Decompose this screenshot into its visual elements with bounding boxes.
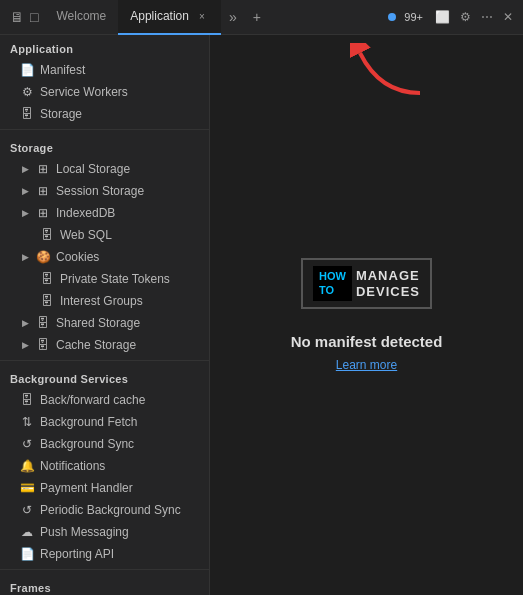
storage-icon: 🗄 bbox=[20, 107, 34, 121]
settings-icon[interactable]: ⚙ bbox=[460, 10, 471, 24]
sidebar-item-manifest[interactable]: 📄 Manifest bbox=[0, 59, 209, 81]
back-forward-icon: 🗄 bbox=[20, 393, 34, 407]
sidebar-item-notifications-label: Notifications bbox=[40, 459, 105, 473]
web-sql-db-icon: 🗄 bbox=[40, 228, 54, 242]
sidebar-item-back-forward-cache[interactable]: 🗄 Back/forward cache bbox=[0, 389, 209, 411]
service-workers-icon: ⚙ bbox=[20, 85, 34, 99]
divider-2 bbox=[0, 360, 209, 361]
no-manifest-text: No manifest detected bbox=[291, 333, 443, 350]
periodic-sync-icon: ↺ bbox=[20, 503, 34, 517]
sidebar-item-background-fetch[interactable]: ⇅ Background Fetch bbox=[0, 411, 209, 433]
sidebar-item-payment-handler[interactable]: 💳 Payment Handler bbox=[0, 477, 209, 499]
sidebar-item-service-workers[interactable]: ⚙ Service Workers bbox=[0, 81, 209, 103]
logo-box: HOW TO MANAGE DEVICES bbox=[301, 258, 432, 308]
tab-overflow-button[interactable]: » bbox=[221, 9, 245, 25]
sidebar-item-interest-groups[interactable]: 🗄 Interest Groups bbox=[0, 290, 209, 312]
sidebar-item-notifications[interactable]: 🔔 Notifications bbox=[0, 455, 209, 477]
inspect-icon: □ bbox=[30, 9, 38, 25]
sidebar-item-session-storage[interactable]: ⊞ Session Storage bbox=[0, 180, 209, 202]
status-dot bbox=[388, 13, 396, 21]
sidebar-item-reporting-api-label: Reporting API bbox=[40, 547, 114, 561]
sidebar-item-background-fetch-label: Background Fetch bbox=[40, 415, 137, 429]
notifications-icon: 🔔 bbox=[20, 459, 34, 473]
section-frames: Frames bbox=[0, 574, 209, 595]
sidebar-item-background-sync[interactable]: ↺ Background Sync bbox=[0, 433, 209, 455]
tab-welcome-label: Welcome bbox=[56, 9, 106, 23]
sidebar-item-reporting-api[interactable]: 📄 Reporting API bbox=[0, 543, 209, 565]
sidebar-item-storage-label: Storage bbox=[40, 107, 82, 121]
sidebar-item-storage[interactable]: 🗄 Storage bbox=[0, 103, 209, 125]
sidebar-item-periodic-background-sync-label: Periodic Background Sync bbox=[40, 503, 181, 517]
section-application: Application bbox=[0, 35, 209, 59]
sidebar-item-shared-storage-label: Shared Storage bbox=[56, 316, 140, 330]
tab-bar: 🖥 □ Welcome Application × » + 99+ ⬜ ⚙ ⋯ … bbox=[0, 0, 523, 35]
sidebar-item-payment-handler-label: Payment Handler bbox=[40, 481, 133, 495]
background-fetch-icon: ⇅ bbox=[20, 415, 34, 429]
shared-storage-icon: 🗄 bbox=[36, 316, 50, 330]
expand-session-storage-icon[interactable] bbox=[20, 186, 30, 196]
sidebar-item-push-messaging[interactable]: ☁ Push Messaging bbox=[0, 521, 209, 543]
screen-icon: 🖥 bbox=[10, 9, 24, 25]
more-icon[interactable]: ⋯ bbox=[481, 10, 493, 24]
session-storage-icon: ⊞ bbox=[36, 184, 50, 198]
cookies-icon: 🍪 bbox=[36, 250, 50, 264]
indexeddb-icon: ⊞ bbox=[36, 206, 50, 220]
push-messaging-icon: ☁ bbox=[20, 525, 34, 539]
section-background-services: Background Services bbox=[0, 365, 209, 389]
sidebar-item-cookies[interactable]: 🍪 Cookies bbox=[0, 246, 209, 268]
badge-count: 99+ bbox=[404, 11, 423, 23]
local-storage-icon: ⊞ bbox=[36, 162, 50, 176]
manifest-icon: 📄 bbox=[20, 63, 34, 77]
tab-welcome[interactable]: Welcome bbox=[44, 0, 118, 35]
payment-handler-icon: 💳 bbox=[20, 481, 34, 495]
sidebar-item-indexeddb[interactable]: ⊞ IndexedDB bbox=[0, 202, 209, 224]
tab-add-button[interactable]: + bbox=[245, 9, 269, 25]
expand-local-storage-icon[interactable] bbox=[20, 164, 30, 174]
interest-groups-icon bbox=[20, 294, 34, 308]
close-window-icon[interactable]: ✕ bbox=[503, 10, 513, 24]
main-layout: Application 📄 Manifest ⚙ Service Workers… bbox=[0, 35, 523, 595]
sidebar-item-local-storage-label: Local Storage bbox=[56, 162, 130, 176]
tab-close-icon[interactable]: × bbox=[195, 9, 209, 23]
private-state-icon bbox=[20, 272, 34, 286]
divider-1 bbox=[0, 129, 209, 130]
expand-indexeddb-icon[interactable] bbox=[20, 208, 30, 218]
sidebar-item-manifest-label: Manifest bbox=[40, 63, 85, 77]
sidebar-item-private-state-tokens[interactable]: 🗄 Private State Tokens bbox=[0, 268, 209, 290]
sidebar-item-cache-storage[interactable]: 🗄 Cache Storage bbox=[0, 334, 209, 356]
sidebar-item-web-sql[interactable]: 🗄 Web SQL bbox=[0, 224, 209, 246]
expand-shared-storage-icon[interactable] bbox=[20, 318, 30, 328]
logo-how: HOW bbox=[319, 270, 346, 283]
tab-right-icons: 99+ ⬜ ⚙ ⋯ ✕ bbox=[388, 10, 519, 24]
sidebar-item-private-state-tokens-label: Private State Tokens bbox=[60, 272, 170, 286]
red-arrow-annotation bbox=[350, 43, 430, 106]
background-sync-icon: ↺ bbox=[20, 437, 34, 451]
sidebar-item-service-workers-label: Service Workers bbox=[40, 85, 128, 99]
sidebar-item-interest-groups-label: Interest Groups bbox=[60, 294, 143, 308]
expand-cache-storage-icon[interactable] bbox=[20, 340, 30, 350]
reporting-api-icon: 📄 bbox=[20, 547, 34, 561]
sidebar-item-shared-storage[interactable]: 🗄 Shared Storage bbox=[0, 312, 209, 334]
expand-cookies-icon[interactable] bbox=[20, 252, 30, 262]
sidebar-item-push-messaging-label: Push Messaging bbox=[40, 525, 129, 539]
sidebar-item-background-sync-label: Background Sync bbox=[40, 437, 134, 451]
tab-application-label: Application bbox=[130, 9, 189, 23]
logo-to: TO bbox=[319, 284, 346, 297]
logo-devices: DEVICES bbox=[356, 284, 420, 300]
sidebar-item-periodic-background-sync[interactable]: ↺ Periodic Background Sync bbox=[0, 499, 209, 521]
divider-3 bbox=[0, 569, 209, 570]
sidebar-item-cache-storage-label: Cache Storage bbox=[56, 338, 136, 352]
private-state-db-icon: 🗄 bbox=[40, 272, 54, 286]
section-storage: Storage bbox=[0, 134, 209, 158]
sidebar-item-local-storage[interactable]: ⊞ Local Storage bbox=[0, 158, 209, 180]
sidebar-item-web-sql-label: Web SQL bbox=[60, 228, 112, 242]
sidebar: Application 📄 Manifest ⚙ Service Workers… bbox=[0, 35, 210, 595]
main-content: HOW TO MANAGE DEVICES No manifest detect… bbox=[210, 35, 523, 595]
learn-more-link[interactable]: Learn more bbox=[336, 358, 397, 372]
web-sql-icon bbox=[20, 228, 34, 242]
tab-application[interactable]: Application × bbox=[118, 0, 221, 35]
logo-manage: MANAGE bbox=[356, 268, 420, 284]
interest-groups-db-icon: 🗄 bbox=[40, 294, 54, 308]
sidebar-item-back-forward-label: Back/forward cache bbox=[40, 393, 145, 407]
sidebar-item-cookies-label: Cookies bbox=[56, 250, 99, 264]
